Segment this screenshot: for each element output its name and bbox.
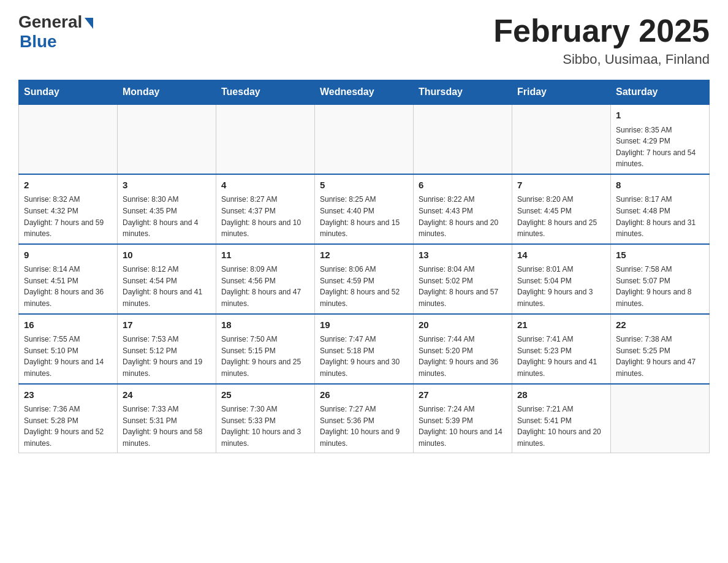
day-number: 21 bbox=[517, 318, 605, 332]
day-number: 9 bbox=[24, 248, 112, 262]
page-header: General Blue February 2025 Sibbo, Uusima… bbox=[18, 12, 710, 67]
day-info: Sunrise: 7:30 AMSunset: 5:33 PMDaylight:… bbox=[221, 404, 309, 449]
calendar-cell: 9Sunrise: 8:14 AMSunset: 4:51 PMDaylight… bbox=[19, 244, 118, 314]
day-info: Sunrise: 7:41 AMSunset: 5:23 PMDaylight:… bbox=[517, 334, 605, 379]
month-title: February 2025 bbox=[493, 12, 710, 49]
day-number: 18 bbox=[221, 318, 309, 332]
day-info: Sunrise: 8:01 AMSunset: 5:04 PMDaylight:… bbox=[517, 264, 605, 309]
day-info: Sunrise: 8:06 AMSunset: 4:59 PMDaylight:… bbox=[320, 264, 408, 309]
calendar-cell: 14Sunrise: 8:01 AMSunset: 5:04 PMDayligh… bbox=[512, 244, 611, 314]
day-info: Sunrise: 8:32 AMSunset: 4:32 PMDaylight:… bbox=[24, 194, 112, 239]
day-info: Sunrise: 8:20 AMSunset: 4:45 PMDaylight:… bbox=[517, 194, 605, 239]
day-info: Sunrise: 8:25 AMSunset: 4:40 PMDaylight:… bbox=[320, 194, 408, 239]
day-info: Sunrise: 8:12 AMSunset: 4:54 PMDaylight:… bbox=[123, 264, 211, 309]
title-area: February 2025 Sibbo, Uusimaa, Finland bbox=[493, 12, 710, 67]
day-number: 10 bbox=[123, 248, 211, 262]
calendar-cell: 8Sunrise: 8:17 AMSunset: 4:48 PMDaylight… bbox=[611, 174, 710, 244]
day-info: Sunrise: 7:36 AMSunset: 5:28 PMDaylight:… bbox=[24, 404, 112, 449]
calendar-cell: 12Sunrise: 8:06 AMSunset: 4:59 PMDayligh… bbox=[315, 244, 414, 314]
day-number: 28 bbox=[517, 388, 605, 402]
day-info: Sunrise: 8:22 AMSunset: 4:43 PMDaylight:… bbox=[419, 194, 507, 239]
calendar-cell bbox=[118, 104, 216, 174]
day-number: 15 bbox=[616, 248, 704, 262]
day-number: 12 bbox=[320, 248, 408, 262]
day-header-monday: Monday bbox=[118, 80, 216, 105]
logo-general-text: General bbox=[18, 12, 82, 32]
calendar-cell: 18Sunrise: 7:50 AMSunset: 5:15 PMDayligh… bbox=[216, 314, 315, 384]
day-number: 4 bbox=[221, 178, 309, 193]
calendar-cell bbox=[315, 104, 414, 174]
day-info: Sunrise: 8:17 AMSunset: 4:48 PMDaylight:… bbox=[616, 194, 704, 239]
calendar-cell: 21Sunrise: 7:41 AMSunset: 5:23 PMDayligh… bbox=[512, 314, 611, 384]
day-number: 19 bbox=[320, 318, 408, 332]
day-info: Sunrise: 7:24 AMSunset: 5:39 PMDaylight:… bbox=[419, 404, 507, 449]
calendar-cell: 13Sunrise: 8:04 AMSunset: 5:02 PMDayligh… bbox=[414, 244, 512, 314]
day-headers-row: SundayMondayTuesdayWednesdayThursdayFrid… bbox=[19, 80, 710, 105]
calendar-cell: 10Sunrise: 8:12 AMSunset: 4:54 PMDayligh… bbox=[118, 244, 216, 314]
calendar-cell: 24Sunrise: 7:33 AMSunset: 5:31 PMDayligh… bbox=[118, 384, 216, 453]
day-header-saturday: Saturday bbox=[611, 80, 710, 105]
day-info: Sunrise: 8:14 AMSunset: 4:51 PMDaylight:… bbox=[24, 264, 112, 309]
day-info: Sunrise: 7:58 AMSunset: 5:07 PMDaylight:… bbox=[616, 264, 704, 309]
calendar-cell: 22Sunrise: 7:38 AMSunset: 5:25 PMDayligh… bbox=[611, 314, 710, 384]
logo-blue-text: Blue bbox=[20, 32, 57, 52]
day-number: 26 bbox=[320, 388, 408, 402]
day-info: Sunrise: 8:30 AMSunset: 4:35 PMDaylight:… bbox=[123, 194, 211, 239]
calendar-cell bbox=[512, 104, 611, 174]
day-header-tuesday: Tuesday bbox=[216, 80, 315, 105]
day-info: Sunrise: 7:53 AMSunset: 5:12 PMDaylight:… bbox=[123, 334, 211, 379]
day-info: Sunrise: 7:38 AMSunset: 5:25 PMDaylight:… bbox=[616, 334, 704, 379]
day-number: 17 bbox=[123, 318, 211, 332]
calendar-week-row: 1Sunrise: 8:35 AMSunset: 4:29 PMDaylight… bbox=[19, 104, 710, 174]
calendar-cell: 23Sunrise: 7:36 AMSunset: 5:28 PMDayligh… bbox=[19, 384, 118, 453]
calendar-cell: 6Sunrise: 8:22 AMSunset: 4:43 PMDaylight… bbox=[414, 174, 512, 244]
calendar-cell bbox=[216, 104, 315, 174]
day-number: 27 bbox=[419, 388, 507, 402]
calendar-cell: 5Sunrise: 8:25 AMSunset: 4:40 PMDaylight… bbox=[315, 174, 414, 244]
calendar-header: SundayMondayTuesdayWednesdayThursdayFrid… bbox=[19, 80, 710, 105]
calendar-table: SundayMondayTuesdayWednesdayThursdayFrid… bbox=[18, 80, 710, 453]
calendar-week-row: 16Sunrise: 7:55 AMSunset: 5:10 PMDayligh… bbox=[19, 314, 710, 384]
day-number: 8 bbox=[616, 178, 704, 193]
calendar-cell: 11Sunrise: 8:09 AMSunset: 4:56 PMDayligh… bbox=[216, 244, 315, 314]
day-info: Sunrise: 7:44 AMSunset: 5:20 PMDaylight:… bbox=[419, 334, 507, 379]
day-info: Sunrise: 8:09 AMSunset: 4:56 PMDaylight:… bbox=[221, 264, 309, 309]
calendar-cell: 27Sunrise: 7:24 AMSunset: 5:39 PMDayligh… bbox=[414, 384, 512, 453]
calendar-cell bbox=[414, 104, 512, 174]
day-info: Sunrise: 7:55 AMSunset: 5:10 PMDaylight:… bbox=[24, 334, 112, 379]
day-header-wednesday: Wednesday bbox=[315, 80, 414, 105]
calendar-body: 1Sunrise: 8:35 AMSunset: 4:29 PMDaylight… bbox=[19, 104, 710, 453]
calendar-cell: 20Sunrise: 7:44 AMSunset: 5:20 PMDayligh… bbox=[414, 314, 512, 384]
day-number: 24 bbox=[123, 388, 211, 402]
day-number: 3 bbox=[123, 178, 211, 193]
day-number: 20 bbox=[419, 318, 507, 332]
logo: General Blue bbox=[18, 12, 93, 52]
calendar-cell: 4Sunrise: 8:27 AMSunset: 4:37 PMDaylight… bbox=[216, 174, 315, 244]
calendar-cell: 7Sunrise: 8:20 AMSunset: 4:45 PMDaylight… bbox=[512, 174, 611, 244]
day-info: Sunrise: 8:04 AMSunset: 5:02 PMDaylight:… bbox=[419, 264, 507, 309]
calendar-cell: 26Sunrise: 7:27 AMSunset: 5:36 PMDayligh… bbox=[315, 384, 414, 453]
calendar-week-row: 2Sunrise: 8:32 AMSunset: 4:32 PMDaylight… bbox=[19, 174, 710, 244]
calendar-week-row: 23Sunrise: 7:36 AMSunset: 5:28 PMDayligh… bbox=[19, 384, 710, 453]
day-number: 1 bbox=[616, 109, 704, 123]
day-info: Sunrise: 7:21 AMSunset: 5:41 PMDaylight:… bbox=[517, 404, 605, 449]
day-number: 14 bbox=[517, 248, 605, 262]
calendar-cell bbox=[611, 384, 710, 453]
calendar-cell: 2Sunrise: 8:32 AMSunset: 4:32 PMDaylight… bbox=[19, 174, 118, 244]
day-header-thursday: Thursday bbox=[414, 80, 512, 105]
day-info: Sunrise: 7:50 AMSunset: 5:15 PMDaylight:… bbox=[221, 334, 309, 379]
day-info: Sunrise: 7:27 AMSunset: 5:36 PMDaylight:… bbox=[320, 404, 408, 449]
day-number: 25 bbox=[221, 388, 309, 402]
day-number: 16 bbox=[24, 318, 112, 332]
day-info: Sunrise: 8:27 AMSunset: 4:37 PMDaylight:… bbox=[221, 194, 309, 239]
calendar-cell: 28Sunrise: 7:21 AMSunset: 5:41 PMDayligh… bbox=[512, 384, 611, 453]
calendar-cell: 16Sunrise: 7:55 AMSunset: 5:10 PMDayligh… bbox=[19, 314, 118, 384]
day-header-sunday: Sunday bbox=[19, 80, 118, 105]
calendar-cell: 17Sunrise: 7:53 AMSunset: 5:12 PMDayligh… bbox=[118, 314, 216, 384]
location-text: Sibbo, Uusimaa, Finland bbox=[493, 52, 710, 67]
day-info: Sunrise: 8:35 AMSunset: 4:29 PMDaylight:… bbox=[616, 124, 704, 170]
calendar-cell: 19Sunrise: 7:47 AMSunset: 5:18 PMDayligh… bbox=[315, 314, 414, 384]
day-number: 22 bbox=[616, 318, 704, 332]
day-number: 6 bbox=[419, 178, 507, 193]
day-header-friday: Friday bbox=[512, 80, 611, 105]
